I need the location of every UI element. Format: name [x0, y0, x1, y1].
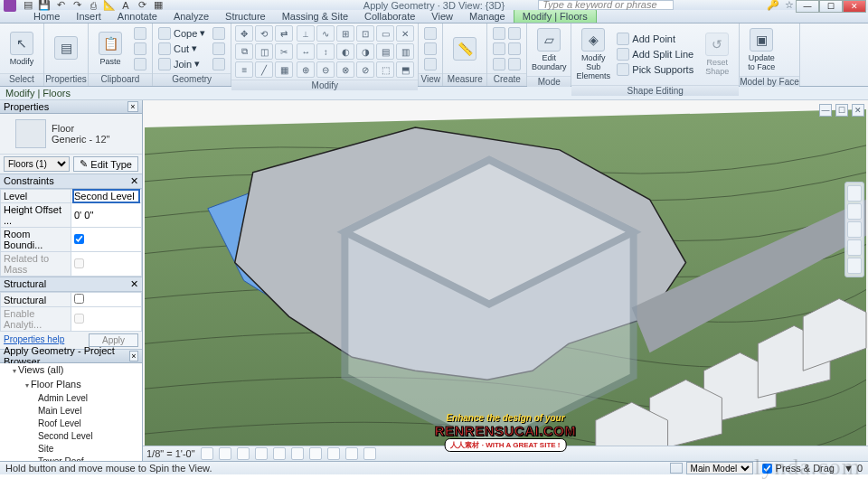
tab-analyze[interactable]: Analyze [165, 10, 217, 23]
browser-item[interactable]: Roof Level [38, 418, 142, 430]
browser-item[interactable]: Second Level [38, 430, 142, 443]
paste-button[interactable]: 📋Paste [92, 29, 128, 69]
main-model-select[interactable]: Main Model [686, 462, 753, 474]
maximize-button[interactable]: ☐ [819, 0, 843, 13]
cut-clip-button[interactable] [132, 26, 148, 41]
geom-icon[interactable] [212, 58, 225, 70]
browser-title-bar[interactable]: Apply Geometry - Project Browser × [0, 350, 142, 363]
properties-title-bar[interactable]: Properties × [0, 100, 142, 114]
offset-icon[interactable]: ◫ [255, 43, 273, 60]
nav-zoom-icon[interactable] [847, 221, 862, 238]
properties-close-icon[interactable]: × [127, 101, 138, 112]
room-bounding-check[interactable] [71, 228, 142, 252]
structural-check[interactable] [71, 293, 142, 307]
tab-structure[interactable]: Structure [217, 10, 274, 23]
geom-icon[interactable] [212, 42, 225, 55]
close-button[interactable]: ✕ [843, 0, 866, 13]
modify-sub-elements-button[interactable]: ◈Modify Sub Elements [575, 25, 611, 83]
help-search-input[interactable]: Type a keyword or phrase [538, 0, 674, 10]
temp-hide-icon[interactable] [345, 447, 358, 460]
qat-text-icon[interactable]: A [119, 0, 132, 12]
join-button[interactable]: Join▾ [156, 57, 207, 71]
vp-close-icon[interactable]: ✕ [852, 104, 864, 117]
nav-pan-icon[interactable] [847, 203, 862, 220]
vp-max-icon[interactable]: ☐ [835, 104, 848, 117]
array-icon[interactable]: ▦ [275, 61, 293, 78]
tab-home[interactable]: Home [25, 10, 68, 23]
nav-orbit-icon[interactable] [847, 239, 862, 256]
vp-min-icon[interactable]: — [819, 104, 832, 117]
view-cube[interactable] [143, 124, 852, 461]
crop-region-icon[interactable] [309, 447, 322, 460]
qat-measure-icon[interactable]: 📐 [103, 0, 116, 12]
tab-manage[interactable]: Manage [461, 10, 514, 23]
render-icon[interactable] [273, 447, 286, 460]
height-offset-value[interactable]: 0' 0" [71, 203, 142, 228]
minimize-button[interactable]: — [796, 0, 819, 13]
category-constraints[interactable]: Constraints✕ [0, 174, 142, 189]
sun-path-icon[interactable] [237, 447, 250, 460]
viewport-3d[interactable]: — ☐ ✕ 1/8" = 1'-0" Enhance [143, 100, 868, 461]
visual-style-icon[interactable] [219, 447, 231, 460]
category-structural[interactable]: Structural✕ [0, 277, 142, 292]
app-icon[interactable] [4, 0, 16, 12]
properties-button[interactable]: ▤ [48, 33, 84, 64]
press-drag-toggle[interactable]: Press & Drag [762, 463, 835, 474]
match-button[interactable] [132, 57, 148, 71]
browser-item[interactable]: Tower Roof [38, 455, 142, 461]
browser-close-icon[interactable]: × [129, 351, 138, 361]
rotate-icon[interactable]: ⟲ [255, 25, 273, 42]
subscription-icon[interactable]: 🔑 [767, 0, 779, 11]
detail-level-icon[interactable] [201, 447, 213, 460]
type-preview[interactable]: Floor Generic - 12" [0, 114, 142, 154]
reveal-icon[interactable] [363, 447, 376, 460]
qat-print-icon[interactable]: ⎙ [87, 0, 99, 12]
browser-item[interactable]: Site [38, 443, 142, 455]
edit-boundary-button[interactable]: ▱Edit Boundary [531, 25, 567, 74]
edit-type-button[interactable]: ✎Edit Type [73, 156, 138, 172]
tab-annotate[interactable]: Annotate [109, 10, 165, 23]
tab-modify-floors[interactable]: Modify | Floors [514, 9, 597, 23]
pick-supports-button[interactable]: Pick Supports [615, 62, 695, 77]
add-point-button[interactable]: Add Point [615, 32, 695, 46]
qat-3d-icon[interactable]: ▦ [152, 0, 165, 12]
nav-wheel-icon[interactable] [847, 185, 862, 202]
tab-view[interactable]: View [423, 10, 461, 23]
qat-open-icon[interactable]: ▤ [22, 0, 34, 12]
split-icon[interactable]: ╱ [255, 61, 273, 78]
qat-save-icon[interactable]: 💾 [38, 0, 51, 12]
cope-button[interactable]: Cope▾ [156, 26, 207, 41]
modify-tool-button[interactable]: ↖Modify [4, 29, 40, 69]
trim-icon[interactable]: ✂ [275, 43, 293, 60]
add-split-line-button[interactable]: Add Split Line [615, 47, 695, 61]
instance-selector[interactable]: Floors (1) [4, 156, 70, 172]
worksets-icon[interactable] [670, 463, 683, 474]
cut-geom-button[interactable]: Cut▾ [156, 42, 207, 56]
browser-item[interactable]: Main Level [38, 405, 142, 418]
tab-massing-site[interactable]: Massing & Site [274, 10, 356, 23]
mirror-icon[interactable]: ⇄ [275, 25, 293, 42]
browser-item[interactable]: Admin Level [38, 392, 142, 405]
copy-clip-button[interactable] [132, 42, 148, 56]
nav-look-icon[interactable] [847, 258, 862, 274]
star-icon[interactable]: ☆ [785, 0, 794, 11]
view-icon[interactable] [424, 27, 437, 40]
qat-sync-icon[interactable]: ⟳ [136, 0, 148, 12]
view-scale[interactable]: 1/8" = 1'-0" [146, 448, 195, 459]
tab-insert[interactable]: Insert [68, 10, 109, 23]
measure-button[interactable]: 📏 [447, 34, 483, 63]
qat-redo-icon[interactable]: ↷ [71, 0, 83, 12]
reset-shape-button[interactable]: ↺Reset Shape [699, 30, 735, 79]
align-icon[interactable]: ≡ [235, 61, 253, 78]
geom-icon[interactable] [212, 27, 225, 40]
browser-floorplans[interactable]: Floor Plans Admin LevelMain LevelRoof Le… [25, 378, 142, 461]
tab-collaborate[interactable]: Collaborate [356, 10, 423, 23]
qat-undo-icon[interactable]: ↶ [54, 0, 67, 12]
shadows-icon[interactable] [255, 447, 268, 460]
filter-icon[interactable]: ▼ [844, 463, 854, 474]
move-icon[interactable]: ✥ [235, 25, 253, 42]
browser-root[interactable]: Views (all) Floor Plans Admin LevelMain … [13, 363, 142, 461]
lock-icon[interactable] [327, 447, 340, 460]
crop-icon[interactable] [291, 447, 304, 460]
level-value[interactable]: Second Level [71, 190, 142, 203]
